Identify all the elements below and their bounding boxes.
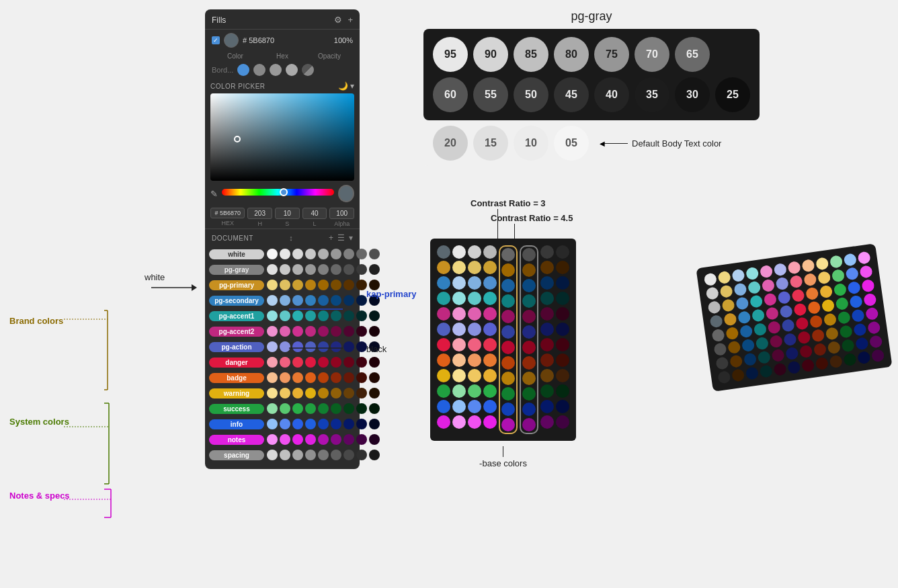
matrix-dot-3-5 [779,304,792,318]
pg-gray-row-3: 20 15 10 05 ◀ Default Body Text color [423,120,760,166]
gray-circle-95: 95 [433,37,468,72]
matrix-dot-0-8 [815,257,829,270]
contrast-dot-3-10 [483,400,497,413]
picker-dot[interactable] [234,136,241,142]
color-row-pg-action: pg-action [209,339,356,354]
contrast-dot-1-6 [452,338,466,351]
color-dot-pg-accent1-3 [305,310,316,321]
contrast-col-3 [483,245,497,434]
color-dot-badge-1 [280,372,290,383]
color-dot-pg-gray-6 [343,264,354,275]
matrix-dot-7-2 [745,366,759,380]
contrast-dot-2-3 [468,292,481,305]
col-hex-label: Hex [259,52,306,60]
gray-circle-25: 25 [715,77,750,112]
contrast-dot-4-5 [501,325,515,339]
alpha-input[interactable] [329,208,354,219]
color-dot-badge-7 [356,372,367,383]
doc-menu-icon[interactable]: ☰ [337,233,345,243]
fill-checkbox[interactable]: ✓ [212,36,220,44]
doc-add-icon[interactable]: + [329,233,333,243]
h-input[interactable] [247,208,272,219]
color-dot-notes-4 [318,434,329,445]
hue-slider[interactable] [222,189,334,196]
matrix-dot-2-6 [791,289,805,302]
color-dot-danger-7 [356,357,367,368]
color-dot-success-8 [369,403,380,414]
color-row-pg-accent1: pg-accent1 [209,308,356,323]
color-dot-pg-secondary-5 [331,295,341,306]
color-dot-warning-1 [280,388,290,398]
contrast-dot-0-2 [437,276,450,290]
color-dot-pg-gray-8 [369,264,380,275]
color-dot-danger-6 [343,357,354,368]
color-dot-pg-gray-5 [331,264,341,275]
color-picker-toggle[interactable]: 🌙 ▾ [338,81,354,91]
matrix-dot-7-10 [857,351,870,364]
alpha-input-group: Alpha [329,208,354,227]
contrast-ratio-3-label: Contrast Ratio = 3 [471,198,546,208]
kap-primary-annotation: kap-primary [366,289,416,299]
pg-gray-section: pg-gray 95 90 85 80 75 70 65 60 55 50 45… [423,9,760,166]
color-row-badge: badge [209,370,356,385]
matrix-dot-5-1 [727,341,741,354]
fill-color-swatch[interactable] [224,33,239,48]
matrix-dot-6-1 [729,354,743,368]
contrast-col-7 [556,245,569,434]
color-dot-danger-2 [292,357,303,368]
color-dot-pg-secondary-3 [305,295,316,306]
matrix-dot-3-1 [723,312,737,326]
color-dot-pg-accent2-2 [292,326,303,337]
color-dot-white-5 [331,249,341,259]
contrast-dot-2-6 [468,338,481,351]
matrix-dot-0-0 [704,273,717,286]
matrix-dot-2-5 [778,291,791,304]
contrast-dot-2-11 [468,415,481,429]
color-row-label-pg-gray: pg-gray [209,265,264,275]
color-dot-white-0 [267,249,278,259]
contrast-dot-7-5 [556,323,569,336]
contrast-section: Contrast Ratio = 3 Contrast Ratio = 4.5 … [430,198,576,469]
contrast-dot-1-5 [452,323,466,336]
gear-icon[interactable]: ⚙ [334,15,342,25]
color-dot-warning-3 [305,388,316,398]
contrast-dot-7-0 [556,245,569,259]
contrast-dot-0-10 [437,400,450,413]
color-picker-canvas[interactable] [210,93,354,181]
contrast-dot-1-9 [452,384,466,398]
notes-specs-label: Notes & specs [9,491,70,501]
matrix-dot-1-5 [776,277,789,290]
contrast-dot-3-3 [483,292,497,305]
hex-input[interactable] [210,208,245,218]
contrast-dot-7-10 [556,400,569,413]
matrix-dot-4-5 [781,319,794,332]
color-dot-white-3 [305,249,316,259]
contrast-dot-1-7 [452,353,466,367]
h-input-group: H [247,208,272,227]
doc-chevron-icon[interactable]: ▾ [349,233,353,243]
s-input[interactable] [275,208,300,219]
matrix-dot-5-8 [825,327,839,340]
matrix-dot-0-1 [718,271,731,284]
color-dot-success-3 [305,403,316,414]
matrix-dot-2-4 [764,293,777,306]
eyedropper-icon[interactable]: ✎ [210,189,218,199]
s-input-group: S [275,208,300,227]
color-picker-section: COLOR PICKER 🌙 ▾ ✎ HEX H S [205,79,360,228]
contrast-dot-6-2 [540,276,554,290]
color-dot-white-2 [292,249,303,259]
add-icon[interactable]: + [348,15,353,25]
color-dot-warning-8 [369,388,380,398]
gray-circle-10: 10 [514,126,548,161]
contrast-dot-7-9 [556,384,569,398]
color-dots-pg-action [267,341,380,352]
hue-thumb [280,188,288,196]
color-row-label-white: white [209,249,264,259]
matrix-dot-7-0 [717,370,731,384]
contrast-dot-5-9 [522,387,536,401]
l-input[interactable] [302,208,327,219]
color-dot-spacing-5 [331,450,341,460]
color-dots-pg-primary [267,280,380,290]
color-dot-info-4 [318,419,329,429]
color-dot-pg-action-1 [280,341,290,352]
